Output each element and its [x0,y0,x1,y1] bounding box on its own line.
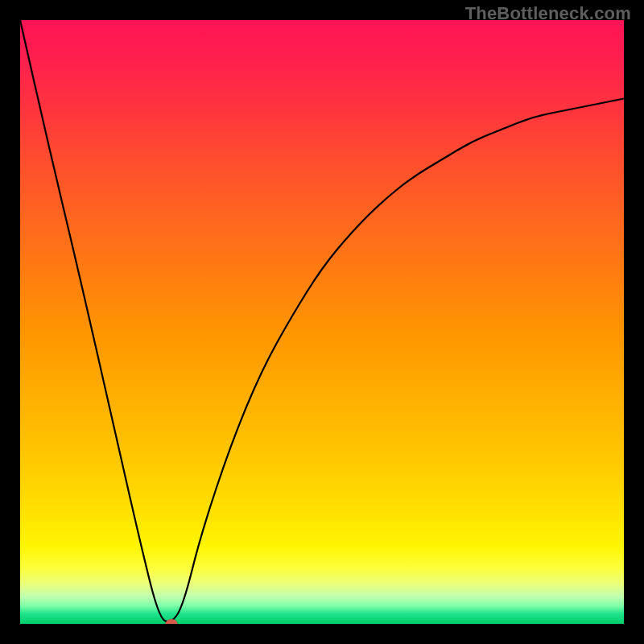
optimal-point-marker [165,619,177,624]
bottleneck-curve [20,20,624,624]
watermark-label: TheBottleneck.com [465,3,631,24]
chart-frame: TheBottleneck.com [0,0,644,644]
plot-area [20,20,624,624]
